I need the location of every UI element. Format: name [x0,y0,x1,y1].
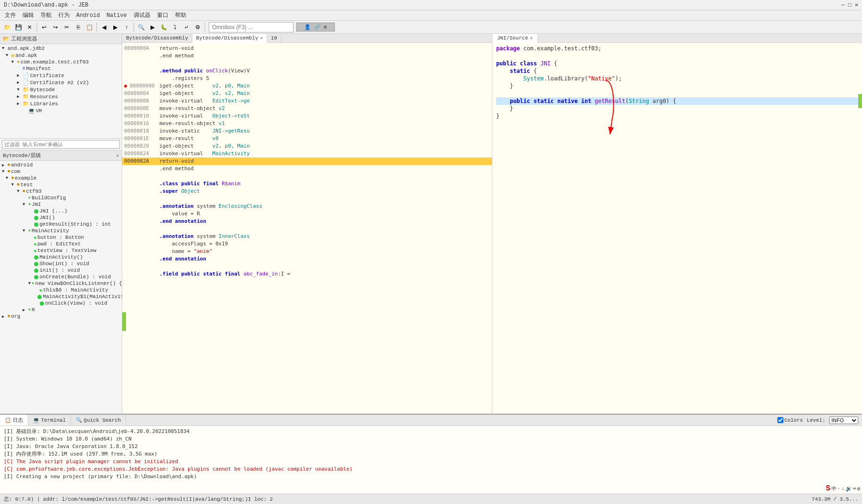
tree-label: button : Button [37,235,84,240]
bc-item-example[interactable]: ▼ ■ example [0,175,122,181]
toolbar-step[interactable]: ⤵ [170,22,180,32]
toolbar-btn-1[interactable]: 📁 [2,22,12,32]
bc-item-jni[interactable]: ▼ ● JNI [0,201,122,208]
menu-file[interactable]: 文件 [2,10,19,20]
omnibox-input[interactable] [209,22,293,32]
tab-jni-source[interactable]: JNI/Source ✕ [492,34,538,43]
bc-item-test[interactable]: ▼ ■ test [0,181,122,188]
bc-item-pwd[interactable]: ◉ pwd : EditText [0,241,122,247]
menu-debugger[interactable]: 调试器 [131,10,153,20]
toolbar-run[interactable]: ▶ [147,22,158,32]
bc-item-textview[interactable]: ◉ textView : TextView [0,247,122,254]
tab-close-icon[interactable]: ✕ [530,35,533,41]
colors-checkbox[interactable] [777,417,783,423]
toolbar-stepover[interactable]: ⤶ [181,22,191,32]
bc-item-mainactivity-ctor[interactable]: ⬤ MainActivity() [0,254,122,260]
toolbar-undo[interactable]: ↩ [39,22,49,32]
tree-item-vm[interactable]: 💻 VM [0,107,122,114]
source-line: public class JNI { [496,60,858,67]
tree-item-manifest[interactable]: X Manifest [0,65,122,72]
tab-10[interactable]: 10 [267,34,281,42]
code-line-error: ● 00000000 iget-object v2, p0, Main [122,82,492,90]
bc-item-clicklistener[interactable]: ▼ ● new View$OnClickListener() {...} [0,280,122,287]
bc-item-android[interactable]: ▶ ■ android [0,162,122,168]
menu-help[interactable]: 帮助 [172,10,189,20]
input-btn-3[interactable]: 🔊 [846,486,852,492]
toolbar-search[interactable]: 🔍 [136,22,146,32]
kw-public: public [510,98,530,104]
bc-item-mainactivity[interactable]: ▼ ● MainActivity [0,228,122,234]
tree-item-libraries[interactable]: ▶ 📁 Libraries [0,100,122,107]
menu-navigate[interactable]: 导航 [38,10,55,20]
bottom-tab-terminal[interactable]: 💻 Terminal [28,415,71,425]
op: move-result-object [159,120,215,127]
menu-action[interactable]: 行为 [55,10,72,20]
tree-label: BuildConfig [32,195,66,201]
toolbar-sep-4 [205,23,205,32]
menu-window[interactable]: 窗口 [154,10,171,20]
toolbar-debug[interactable]: 🐛 [158,22,169,32]
close-icon[interactable]: ✕ [116,153,119,158]
bc-item-button[interactable]: ◉ button : Button [0,234,122,241]
toolbar-btn-2[interactable]: 💾 [13,22,24,32]
connect-icon[interactable]: 🔗 [314,24,321,30]
colors-checkbox-label[interactable]: Colors [777,417,803,423]
bottom-tab-log[interactable]: 📋 日志 [0,415,28,425]
level-select[interactable]: DEBUG INFO WARN ERROR [829,417,858,424]
close-button[interactable]: ✕ [855,2,858,8]
tree-item-resources[interactable]: ▶ 📁 Resources [0,93,122,100]
toolbar-more[interactable]: ⚙ [192,22,203,32]
input-btn-1[interactable]: · [838,486,841,491]
toolbar-cut[interactable]: ✂ [62,22,72,32]
toolbar-redo[interactable]: ↪ [50,22,61,32]
field-icon: ◉ [40,288,42,293]
sogou-icon[interactable]: S [826,484,830,493]
tree-item-apk-jdb2[interactable]: ▼ and.apk.jdb2 [0,45,122,52]
bc-item-com[interactable]: ▼ ■ com [0,168,122,175]
tab-close-icon[interactable]: ✕ [260,35,263,41]
bc-item-r[interactable]: ▶ ● R [0,307,122,313]
tree-item-certificate2[interactable]: ▶ 📄 Certificate #2 (v2) [0,79,122,86]
bc-item-ctf03[interactable]: ▼ ■ ctf03 [0,188,122,195]
code-line: .annotation system InnerClass [122,233,492,240]
input-btn-2[interactable]: ↓ [841,486,845,491]
input-btn-5[interactable]: ⚙ [857,486,860,492]
menu-native[interactable]: Native [103,11,129,20]
menu-android[interactable]: Android [73,11,103,20]
bc-item-buildconfig[interactable]: ● BuildConfig [0,195,122,201]
toolbar-up[interactable]: ↑ [121,22,132,32]
maximize-button[interactable]: □ [848,2,851,8]
tree-item-bytecode[interactable]: ▼ 📁 Bytecode [0,86,122,93]
bottom-tab-quicksearch[interactable]: 🔍 Quick Search [71,415,126,425]
bc-item-ma1-ctor[interactable]: ⬤ MainActivity$1(MainActivity) [0,293,122,300]
cert2-icon: 📄 [23,79,29,86]
bc-item-jni-constructor[interactable]: ⬤ JNI (...) [0,208,122,214]
bc-item-jni-init[interactable]: ⬤ JNI() [0,214,122,221]
tree-item-apk[interactable]: ▼ ▣ and.apk [0,52,122,59]
toolbar-paste[interactable]: 📋 [84,22,95,32]
settings-icon[interactable]: ⚙ [324,24,327,30]
input-btn-4[interactable]: ⌨ [853,486,856,492]
bc-item-org[interactable]: ▶ ■ org [0,313,122,320]
lang-switch[interactable]: 中 [831,485,837,492]
tab-bytecode-disasm-2[interactable]: Bytecode/Disassembly ✕ [192,34,267,43]
project-filter-input[interactable] [2,140,120,149]
bc-item-show[interactable]: ⬤ Show(int) : void [0,260,122,267]
tree-item-certificate[interactable]: ▶ 📄 Certificate [0,72,122,79]
profile-icon[interactable]: 👤 [304,24,311,30]
tree-item-pkg[interactable]: ▼ ● com.example.test.ctf03 [0,59,122,65]
bc-item-onclick[interactable]: ⬤ onClick(View) : void [0,300,122,307]
tree-label: init() : void [40,268,80,273]
toolbar-forward[interactable]: ▶ [110,22,120,32]
toolbar-copy[interactable]: ⎘ [73,22,83,32]
toolbar-btn-3[interactable]: ✕ [24,22,35,32]
bc-item-getresult[interactable]: ⬤ getResult(String) : int [0,221,122,228]
bc-item-oncreate[interactable]: ⬤ onCreate(Bundle) : void [0,274,122,280]
code-line-highlighted: 0000002A return-void [122,158,492,165]
tab-bytecode-disasm-1[interactable]: Bytecode/Disassembly [122,34,192,42]
minimize-button[interactable]: ─ [841,2,845,8]
toolbar-back[interactable]: ◀ [99,22,109,32]
bc-item-this0[interactable]: ◉ this$0 : MainActivity [0,287,122,293]
menu-edit[interactable]: 编辑 [20,10,37,20]
bc-item-init[interactable]: ⬤ init() : void [0,267,122,274]
